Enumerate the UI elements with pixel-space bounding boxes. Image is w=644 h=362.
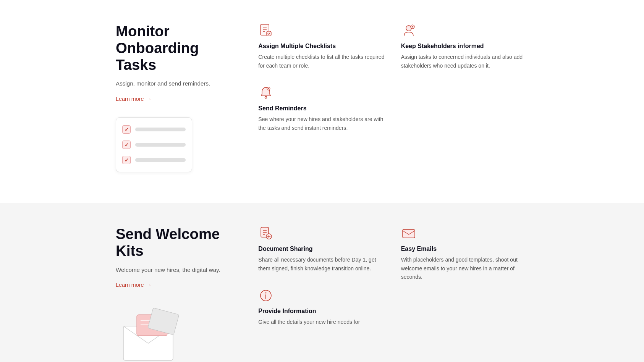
checkbox-1: ✓ [122, 125, 131, 134]
monitor-title: Monitor Onboarding Tasks [116, 23, 243, 73]
check-row-3: ✓ [122, 156, 186, 164]
check-line-1 [135, 128, 186, 131]
welcome-right-col: Easy Emails With placeholders and good t… [401, 226, 528, 362]
monitor-learn-more[interactable]: Learn more → [116, 96, 243, 102]
arrow-icon-2: → [146, 282, 152, 288]
svg-rect-5 [267, 31, 271, 36]
stakeholders-title: Keep Stakeholders informed [401, 43, 528, 50]
email-icon [401, 226, 416, 241]
feature-assign-checklists: Assign Multiple Checklists Create multip… [258, 23, 385, 70]
send-reminders-title: Send Reminders [258, 105, 385, 112]
welcome-learn-more[interactable]: Learn more → [116, 282, 243, 288]
svg-rect-29 [403, 229, 415, 238]
assign-checklists-desc: Create multiple checklists to list all t… [258, 53, 385, 70]
feature-stakeholders: Keep Stakeholders informed Assign tasks … [401, 23, 528, 70]
monitor-middle-col: Assign Multiple Checklists Create multip… [258, 23, 385, 172]
checkmark-1: ✓ [125, 127, 129, 133]
checklist-illustration: ✓ ✓ ✓ [116, 117, 192, 172]
stakeholder-icon [401, 23, 416, 38]
info-icon [258, 288, 273, 303]
feature-provide-info: Provide Information Give all the details… [258, 288, 385, 326]
monitor-section: Monitor Onboarding Tasks Assign, monitor… [0, 0, 644, 203]
document-sharing-title: Document Sharing [258, 246, 385, 252]
envelope-illustration [116, 303, 192, 362]
monitor-right-col: Keep Stakeholders informed Assign tasks … [401, 23, 528, 172]
assign-checklists-title: Assign Multiple Checklists [258, 43, 385, 50]
check-row-1: ✓ [122, 125, 186, 134]
svg-point-28 [265, 293, 267, 294]
document-icon [258, 226, 273, 241]
welcome-left-col: Send Welcome Kits Welcome your new hires… [116, 226, 243, 362]
stakeholders-desc: Assign tasks to concerned individuals an… [401, 53, 528, 70]
check-line-3 [135, 158, 186, 162]
feature-send-reminders: Send Reminders See where your new hires … [258, 85, 385, 132]
easy-emails-desc: With placeholders and good templates, sh… [401, 255, 528, 281]
provide-info-desc: Give all the details your new hire needs… [258, 318, 385, 326]
envelope-illustration-area [116, 303, 243, 362]
checkmark-3: ✓ [125, 157, 129, 163]
checklist-illustration-area: ✓ ✓ ✓ [116, 117, 243, 172]
check-row-2: ✓ [122, 141, 186, 149]
monitor-subtitle: Assign, monitor and send reminders. [116, 79, 243, 88]
provide-info-title: Provide Information [258, 308, 385, 315]
welcome-subtitle: Welcome your new hires, the digital way. [116, 266, 243, 275]
feature-document-sharing: Document Sharing Share all necessary doc… [258, 226, 385, 273]
feature-easy-emails: Easy Emails With placeholders and good t… [401, 226, 528, 281]
checklist-icon [258, 23, 273, 38]
checkmark-2: ✓ [125, 142, 129, 148]
easy-emails-title: Easy Emails [401, 246, 528, 252]
svg-point-6 [265, 97, 267, 99]
check-line-2 [135, 143, 186, 147]
bell-icon [258, 85, 273, 100]
welcome-kits-section: Send Welcome Kits Welcome your new hires… [0, 203, 644, 362]
welcome-title: Send Welcome Kits [116, 226, 243, 259]
send-reminders-desc: See where your new hires and stakeholder… [258, 115, 385, 132]
arrow-icon: → [146, 96, 152, 102]
monitor-left-col: Monitor Onboarding Tasks Assign, monitor… [116, 23, 243, 172]
checkbox-3: ✓ [122, 156, 131, 164]
welcome-middle-col: Document Sharing Share all necessary doc… [258, 226, 385, 362]
checkbox-2: ✓ [122, 141, 131, 149]
document-sharing-desc: Share all necessary documents before Day… [258, 255, 385, 273]
